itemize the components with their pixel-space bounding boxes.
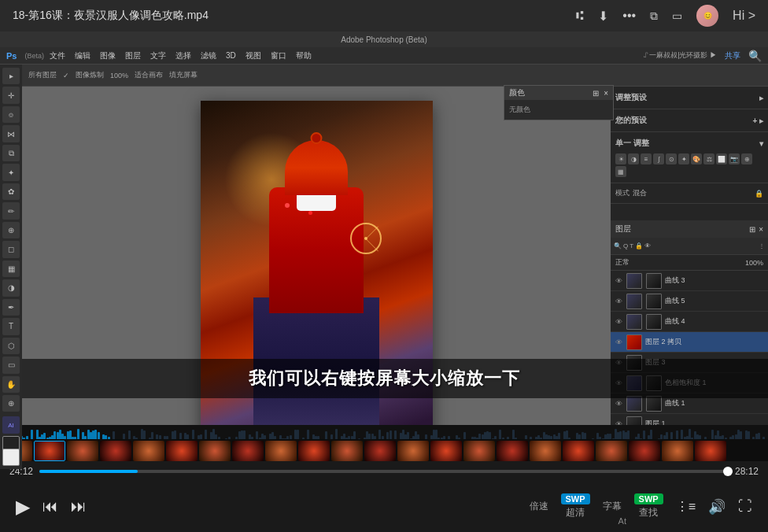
tool-pen[interactable]: ✒ xyxy=(2,299,20,316)
layer-filter-q[interactable]: Q xyxy=(623,242,628,249)
tool-ai[interactable]: AI xyxy=(2,416,20,433)
menu-view[interactable]: 视图 xyxy=(242,49,265,63)
thumbnail-15[interactable] xyxy=(463,441,495,461)
playlist-button[interactable]: ⋮≡ xyxy=(676,499,696,514)
layer-eye-curves4[interactable]: 👁 xyxy=(614,317,623,327)
tool-clone[interactable]: ⊕ xyxy=(2,222,20,238)
menu-text[interactable]: 文字 xyxy=(146,49,170,63)
thumbnail-6[interactable] xyxy=(166,441,198,461)
thumbnail-12[interactable] xyxy=(364,441,396,461)
thumbnail-18[interactable] xyxy=(563,441,594,461)
adj-curves[interactable]: ∫ xyxy=(653,153,664,164)
tool-lasso[interactable]: ⌾ xyxy=(2,106,20,123)
properties-header[interactable]: 调整预设 ▸ xyxy=(615,90,763,105)
tool-crop[interactable]: ⧉ xyxy=(2,145,20,161)
adj-contrast[interactable]: ◑ xyxy=(628,153,639,164)
adj-channelmix[interactable]: ⊕ xyxy=(741,153,752,164)
crop-icon[interactable]: ▭ xyxy=(672,9,682,22)
avatar[interactable]: 😊 xyxy=(696,5,718,27)
thumbnail-22[interactable] xyxy=(695,441,726,461)
play-button[interactable]: ▶ xyxy=(16,496,30,518)
tool-zoom[interactable]: ⊕ xyxy=(2,395,20,412)
next-button[interactable]: ⏭ xyxy=(71,497,87,515)
layer-eye-curves3[interactable]: 👁 xyxy=(614,276,623,286)
adj-bw[interactable]: ⬜ xyxy=(716,153,727,164)
option-all[interactable]: 所有图层 xyxy=(28,70,57,80)
speed-button[interactable]: 倍速 xyxy=(530,500,548,513)
menu-help[interactable]: 帮助 xyxy=(292,49,316,63)
thumbnail-16[interactable] xyxy=(497,441,528,461)
tool-text[interactable]: T xyxy=(2,318,20,334)
thumbnail-2[interactable] xyxy=(34,441,65,461)
hi-label[interactable]: Hi > xyxy=(733,9,755,23)
option-fit[interactable]: 适合画布 xyxy=(135,70,163,80)
tool-gradient[interactable]: ▦ xyxy=(2,260,20,277)
adj-vibrance[interactable]: ✦ xyxy=(678,153,689,164)
layer-row-curves3[interactable]: 👁 曲线 3 xyxy=(611,271,768,291)
tool-select[interactable]: ▸ xyxy=(2,68,20,84)
thumbnail-11[interactable] xyxy=(331,441,363,461)
menu-edit[interactable]: 编辑 xyxy=(71,49,94,63)
thumbnail-7[interactable] xyxy=(199,441,231,461)
menu-select[interactable]: 选择 xyxy=(172,49,195,63)
layer-lock-icon[interactable]: 🔒 xyxy=(635,242,643,249)
layer-text-t[interactable]: T xyxy=(630,242,633,249)
thumbnail-14[interactable] xyxy=(430,441,462,461)
layer-mode-select[interactable]: 正常 xyxy=(615,257,742,268)
share-icon[interactable]: ⑆ xyxy=(576,9,584,23)
thumbnail-13[interactable] xyxy=(397,441,429,461)
thumbnail-21[interactable] xyxy=(662,441,693,461)
find-button[interactable]: SWP 查找 xyxy=(634,493,663,519)
ps-share-btn[interactable]: 共享 xyxy=(725,50,740,61)
progress-bar[interactable] xyxy=(39,470,729,473)
hd-button[interactable]: SWP 超清 xyxy=(561,493,590,519)
thumbnail-17[interactable] xyxy=(530,441,561,461)
thumbnail-20[interactable] xyxy=(629,441,660,461)
adj-photo[interactable]: 📷 xyxy=(729,153,740,164)
floating-panel-expand[interactable]: ⊞ xyxy=(593,89,599,98)
menu-3d[interactable]: 3D xyxy=(222,50,240,61)
fullscreen-button[interactable]: ⛶ xyxy=(738,498,752,515)
pip-icon[interactable]: ⧉ xyxy=(650,9,658,23)
thumbnail-19[interactable] xyxy=(596,441,627,461)
thumbnail-8[interactable] xyxy=(232,441,264,461)
thumbnail-5[interactable] xyxy=(133,441,164,461)
layer-more-icon[interactable]: ⋮ xyxy=(759,242,765,249)
tool-move[interactable]: ✛ xyxy=(2,87,20,103)
adj-brightness[interactable]: ☀ xyxy=(615,153,626,164)
ps-search-btn[interactable]: 🔍 xyxy=(748,50,762,62)
tool-eraser[interactable]: ◻ xyxy=(2,241,20,257)
layer-row-layer2copy[interactable]: 👁 图层 2 拷贝 xyxy=(611,332,768,353)
tool-dodge[interactable]: ◑ xyxy=(2,279,20,296)
adj-gradient[interactable]: ▦ xyxy=(615,166,626,177)
more-icon[interactable]: ••• xyxy=(622,9,636,23)
prev-button[interactable]: ⏮ xyxy=(42,497,58,515)
menu-layer[interactable]: 图层 xyxy=(121,49,145,63)
thumbnail-10[interactable] xyxy=(298,441,330,461)
layer-eye-curves1[interactable]: 👁 xyxy=(614,399,623,408)
layer-eye-layer2copy[interactable]: 👁 xyxy=(614,338,623,347)
tool-heal[interactable]: ✿ xyxy=(2,183,20,200)
curves-header[interactable]: 单一 调整 ▾ xyxy=(615,135,763,151)
layer-opacity-value[interactable]: 100% xyxy=(745,259,763,267)
adj-hsl[interactable]: 🎨 xyxy=(691,153,702,164)
adj-exposure[interactable]: ⊙ xyxy=(666,153,677,164)
menu-file[interactable]: 文件 xyxy=(46,49,69,63)
menu-window[interactable]: 窗口 xyxy=(267,49,290,63)
layers-expand-icon[interactable]: ⊞ xyxy=(749,225,755,234)
menu-image[interactable]: 图像 xyxy=(96,49,120,63)
tool-bg-color[interactable] xyxy=(2,449,20,466)
thumbnail-9[interactable] xyxy=(265,441,297,461)
layer-row-curves5[interactable]: 👁 曲线 5 xyxy=(611,291,768,312)
adj-colorbalance[interactable]: ⚖ xyxy=(703,153,714,164)
layers-close-icon[interactable]: × xyxy=(759,225,763,234)
volume-button[interactable]: 🔊 xyxy=(708,498,726,515)
tool-hand[interactable]: ✋ xyxy=(2,376,20,393)
floating-panel-close[interactable]: × xyxy=(604,89,608,98)
progress-dot[interactable] xyxy=(723,467,733,476)
menu-filter[interactable]: 滤镜 xyxy=(197,49,220,63)
subtitle-button[interactable]: 字幕 xyxy=(603,500,622,513)
tool-path[interactable]: ⬡ xyxy=(2,338,20,354)
search-icon-layers[interactable]: 🔍 xyxy=(614,242,622,249)
thumbnail-3[interactable] xyxy=(67,441,98,461)
